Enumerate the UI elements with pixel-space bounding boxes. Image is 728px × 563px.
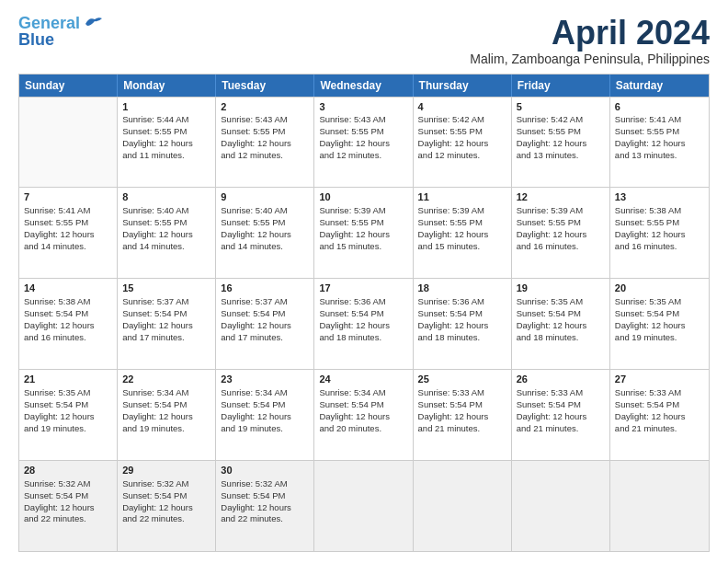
day-number: 26 <box>517 373 605 386</box>
weekday-header: Tuesday <box>216 75 314 97</box>
calendar-cell: 28Sunrise: 5:32 AMSunset: 5:54 PMDayligh… <box>19 461 118 551</box>
daylight-minutes: and 19 minutes. <box>122 423 185 433</box>
day-number: 4 <box>418 100 506 114</box>
sunrise-label: Sunrise: 5:42 AM <box>517 114 583 124</box>
day-number: 23 <box>221 373 309 386</box>
daylight-label: Daylight: 12 hours <box>221 229 291 239</box>
calendar-cell: 30Sunrise: 5:32 AMSunset: 5:54 PMDayligh… <box>216 461 314 551</box>
calendar-cell: 12Sunrise: 5:39 AMSunset: 5:55 PMDayligh… <box>512 188 610 278</box>
daylight-minutes: and 18 minutes. <box>319 332 381 342</box>
day-number: 6 <box>615 100 704 114</box>
calendar-header: SundayMondayTuesdayWednesdayThursdayFrid… <box>19 75 709 97</box>
daylight-minutes: and 12 minutes. <box>418 150 481 160</box>
sunrise-label: Sunrise: 5:43 AM <box>221 114 287 124</box>
sunrise-label: Sunrise: 5:32 AM <box>24 478 90 488</box>
calendar-cell: 25Sunrise: 5:33 AMSunset: 5:54 PMDayligh… <box>414 370 512 460</box>
calendar-cell: 2Sunrise: 5:43 AMSunset: 5:55 PMDaylight… <box>216 98 314 188</box>
daylight-minutes: and 18 minutes. <box>418 332 481 342</box>
sunrise-label: Sunrise: 5:43 AM <box>319 114 385 124</box>
calendar-cell: 26Sunrise: 5:33 AMSunset: 5:54 PMDayligh… <box>512 370 610 460</box>
daylight-minutes: and 14 minutes. <box>122 241 185 251</box>
daylight-minutes: and 21 minutes. <box>615 423 677 433</box>
sunrise-label: Sunrise: 5:36 AM <box>418 296 484 306</box>
weekday-header: Saturday <box>610 75 709 97</box>
calendar-week: 7Sunrise: 5:41 AMSunset: 5:55 PMDaylight… <box>19 187 709 278</box>
daylight-label: Daylight: 12 hours <box>418 411 489 421</box>
day-number: 13 <box>615 190 704 204</box>
sunrise-label: Sunrise: 5:38 AM <box>24 296 90 306</box>
daylight-label: Daylight: 12 hours <box>24 229 95 239</box>
sunrise-label: Sunrise: 5:34 AM <box>221 387 287 397</box>
calendar-cell: 9Sunrise: 5:40 AMSunset: 5:55 PMDaylight… <box>216 188 314 278</box>
calendar-cell: 27Sunrise: 5:33 AMSunset: 5:54 PMDayligh… <box>610 370 709 460</box>
daylight-minutes: and 19 minutes. <box>221 423 283 433</box>
daylight-minutes: and 18 minutes. <box>517 332 579 342</box>
daylight-label: Daylight: 12 hours <box>418 229 489 239</box>
sunrise-label: Sunrise: 5:37 AM <box>122 296 188 306</box>
daylight-minutes: and 17 minutes. <box>221 332 283 342</box>
sunset-label: Sunset: 5:55 PM <box>615 126 679 136</box>
daylight-minutes: and 15 minutes. <box>418 241 481 251</box>
daylight-label: Daylight: 12 hours <box>319 411 390 421</box>
day-number: 1 <box>122 100 210 114</box>
day-number: 17 <box>319 282 407 295</box>
sunset-label: Sunset: 5:55 PM <box>517 126 581 136</box>
sunset-label: Sunset: 5:54 PM <box>418 308 483 318</box>
day-number: 5 <box>517 100 605 114</box>
sunrise-label: Sunrise: 5:32 AM <box>221 478 287 488</box>
sunset-label: Sunset: 5:54 PM <box>24 399 88 409</box>
sunset-label: Sunset: 5:54 PM <box>122 399 187 409</box>
calendar-cell: 21Sunrise: 5:35 AMSunset: 5:54 PMDayligh… <box>19 370 118 460</box>
calendar-cell: 23Sunrise: 5:34 AMSunset: 5:54 PMDayligh… <box>216 370 314 460</box>
daylight-minutes: and 12 minutes. <box>319 150 381 160</box>
month-title: April 2024 <box>470 15 710 52</box>
calendar-cell: 13Sunrise: 5:38 AMSunset: 5:55 PMDayligh… <box>610 188 709 278</box>
daylight-minutes: and 19 minutes. <box>24 423 86 433</box>
calendar-week: 14Sunrise: 5:38 AMSunset: 5:54 PMDayligh… <box>19 278 709 369</box>
sunset-label: Sunset: 5:55 PM <box>24 217 88 227</box>
sunrise-label: Sunrise: 5:44 AM <box>122 114 188 124</box>
daylight-minutes: and 15 minutes. <box>319 241 381 251</box>
daylight-label: Daylight: 12 hours <box>24 411 95 421</box>
sunset-label: Sunset: 5:54 PM <box>319 399 383 409</box>
sunset-label: Sunset: 5:55 PM <box>122 217 187 227</box>
daylight-label: Daylight: 12 hours <box>517 320 587 330</box>
calendar-cell: 7Sunrise: 5:41 AMSunset: 5:55 PMDaylight… <box>19 188 118 278</box>
calendar-cell <box>610 461 709 551</box>
sunrise-label: Sunrise: 5:40 AM <box>221 205 287 215</box>
day-number: 24 <box>319 373 407 386</box>
calendar-cell: 11Sunrise: 5:39 AMSunset: 5:55 PMDayligh… <box>414 188 512 278</box>
daylight-minutes: and 16 minutes. <box>517 241 579 251</box>
sunrise-label: Sunrise: 5:34 AM <box>319 387 385 397</box>
day-number: 18 <box>418 282 506 295</box>
sunset-label: Sunset: 5:54 PM <box>122 490 187 500</box>
daylight-label: Daylight: 12 hours <box>517 229 587 239</box>
calendar-week: 1Sunrise: 5:44 AMSunset: 5:55 PMDaylight… <box>19 97 709 188</box>
daylight-minutes: and 22 minutes. <box>122 513 185 523</box>
calendar-cell: 15Sunrise: 5:37 AMSunset: 5:54 PMDayligh… <box>118 279 216 369</box>
calendar-cell: 6Sunrise: 5:41 AMSunset: 5:55 PMDaylight… <box>610 98 709 188</box>
calendar-cell: 14Sunrise: 5:38 AMSunset: 5:54 PMDayligh… <box>19 279 118 369</box>
daylight-label: Daylight: 12 hours <box>24 320 95 330</box>
daylight-minutes: and 16 minutes. <box>615 241 677 251</box>
calendar-cell: 1Sunrise: 5:44 AMSunset: 5:55 PMDaylight… <box>118 98 216 188</box>
daylight-label: Daylight: 12 hours <box>319 229 390 239</box>
daylight-label: Daylight: 12 hours <box>24 502 95 512</box>
sunrise-label: Sunrise: 5:35 AM <box>615 296 681 306</box>
day-number: 22 <box>122 373 210 386</box>
sunset-label: Sunset: 5:55 PM <box>615 217 679 227</box>
daylight-label: Daylight: 12 hours <box>319 138 390 148</box>
daylight-label: Daylight: 12 hours <box>221 411 291 421</box>
daylight-label: Daylight: 12 hours <box>418 138 489 148</box>
daylight-minutes: and 12 minutes. <box>221 150 283 160</box>
sunset-label: Sunset: 5:55 PM <box>221 217 285 227</box>
weekday-header: Thursday <box>414 75 512 97</box>
sunset-label: Sunset: 5:54 PM <box>615 399 679 409</box>
calendar-cell <box>314 461 413 551</box>
sunrise-label: Sunrise: 5:39 AM <box>517 205 583 215</box>
day-number: 11 <box>418 190 506 204</box>
calendar-grid: SundayMondayTuesdayWednesdayThursdayFrid… <box>18 74 710 552</box>
day-number: 21 <box>24 373 112 386</box>
daylight-label: Daylight: 12 hours <box>418 320 489 330</box>
daylight-minutes: and 19 minutes. <box>615 332 677 342</box>
